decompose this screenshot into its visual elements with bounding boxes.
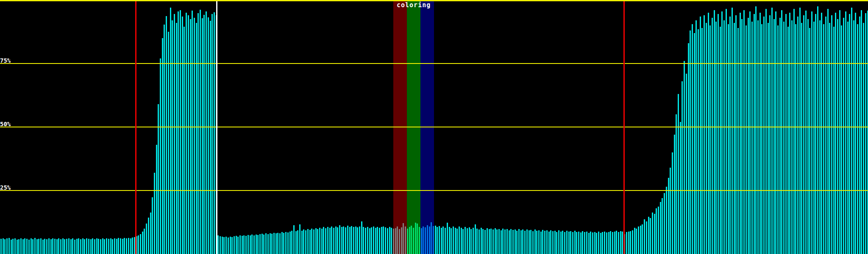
red-marker-2 bbox=[623, 1, 625, 254]
white-separator bbox=[216, 1, 217, 254]
y-axis-label-75: 75% bbox=[0, 58, 11, 64]
markers-layer bbox=[0, 0, 868, 254]
usage-histogram-chart: 75% 50% 25% coloring bbox=[0, 0, 868, 254]
y-axis-label-25: 25% bbox=[0, 185, 11, 190]
y-axis-label-50: 50% bbox=[0, 121, 11, 127]
region-label-coloring: coloring bbox=[397, 1, 431, 9]
red-marker-1 bbox=[135, 1, 136, 254]
